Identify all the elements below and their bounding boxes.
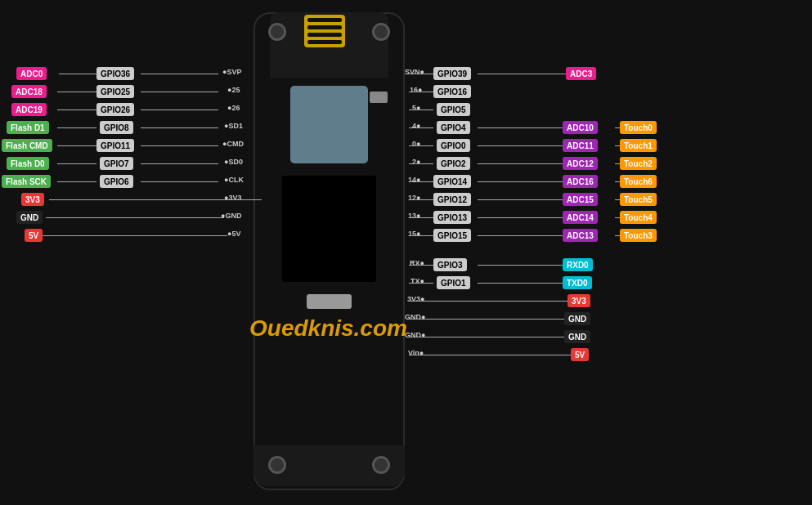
adc12-label: ADC12 [563,157,598,170]
3v3-left-label: 3V3 [21,193,44,206]
main-container: Ouedknis.com ADC0 ADC18 ADC19 Flash D1 F… [0,0,812,505]
gpio14-label: GPIO14 [433,175,471,188]
touch5-label: Touch5 [620,193,657,206]
gnd-board-pin: ●GND [221,212,241,220]
line-3v3-right [409,301,568,302]
gpio2-label: GPIO2 [437,157,470,170]
cmd-pin: ●CMD [222,140,244,148]
gnd-r1-pin: GND● [405,313,425,321]
line-gpio2-adc12 [478,163,563,164]
flash-cmd-label: Flash CMD [2,139,52,152]
line-gpio0-adc11 [478,145,563,146]
sd1-pin: ●SD1 [224,122,243,130]
line-flashcmd-gpio11 [57,145,96,146]
line-r15-gpio15 [409,235,433,236]
txd0-label: TXD0 [563,276,592,289]
5v-left-label: 5V [25,229,43,242]
gpio8-label: GPIO8 [100,121,133,134]
line-r4-gpio4 [409,127,433,128]
gnd-r2-pin: GND● [405,331,425,339]
line-tx-gpio1 [409,283,433,284]
line-r2-gpio2 [409,163,433,164]
line-adc13-touch3 [615,235,620,236]
line-gnd-right1 [409,319,564,320]
watermark: Ouedknis.com [249,315,407,342]
line-adc10-touch0 [615,127,620,128]
gpio1-label: GPIO1 [437,276,470,289]
line-gnd-left [46,217,224,218]
gpio11-label: GPIO11 [96,139,134,152]
touch2-label: Touch2 [620,157,657,170]
r14-pin: 14● [408,176,420,184]
line-adc19-gpio26 [57,109,96,110]
line-gpio1-txd0 [478,283,563,284]
adc11-label: ADC11 [563,139,598,152]
line-gpio3-rxd0 [478,265,563,266]
r16-pin: 16● [410,86,422,94]
r5-pin: 5● [412,104,420,112]
line-3v3-left [49,199,262,200]
line-r13-gpio13 [409,217,433,218]
line-adc0-gpio36 [59,74,98,74]
rx-pin: RX● [410,259,424,267]
gpio0-label: GPIO0 [437,139,470,152]
touch1-label: Touch1 [620,139,657,152]
line-r5-gpio5 [409,109,433,110]
gpio15-label: GPIO15 [433,229,471,242]
line-gpio7-board [141,163,218,164]
line-gpio15-adc13 [478,235,563,236]
line-flashd0-gpio7 [57,163,96,164]
adc13-label: ADC13 [563,229,598,242]
tx-pin: TX● [410,277,424,285]
line-adc11-touch1 [615,145,620,146]
5v-board-pin: ●5V [227,230,240,238]
r12-pin: 12● [408,194,420,202]
rxd0-label: RXD0 [563,258,593,271]
touch6-label: Touch6 [620,175,657,188]
line-gpio8-board [141,127,218,128]
line-gpio26-board [141,109,218,110]
touch4-label: Touch4 [620,211,657,224]
r13-pin: 13● [408,212,420,220]
line-5v-left [43,235,227,236]
r0-pin: 0● [412,140,420,148]
flash-sck-label: Flash SCK [2,175,51,188]
line-r14-gpio14 [409,181,433,182]
adc10-label: ADC10 [563,121,598,134]
adc16-label: ADC16 [563,175,598,188]
line-gpio12-adc15 [478,199,563,200]
line-gpio14-adc16 [478,181,563,182]
gpio5-label: GPIO5 [437,103,470,116]
line-gpio39-adc3 [478,74,566,74]
line-gpio25-board [141,92,218,92]
flash-d0-label: Flash D0 [7,157,49,170]
line-rx-gpio3 [409,265,433,266]
line-gpio11-board [141,145,218,146]
adc0-label: ADC0 [16,67,47,80]
line-r0-gpio0 [409,145,433,146]
gpio13-label: GPIO13 [433,211,471,224]
gnd-right1-label: GND [564,312,590,325]
touch0-label: Touch0 [620,121,657,134]
r15-pin: 15● [408,230,420,238]
gpio7-label: GPIO7 [100,157,133,170]
gpio39-label: GPIO39 [433,67,471,80]
line-adc18-gpio25 [57,92,96,92]
sd0-pin: ●SD0 [224,158,243,166]
gpio4-label: GPIO4 [437,121,470,134]
line-gpio4-adc10 [478,127,563,128]
svn-pin: SVN● [405,68,424,76]
adc19-label: ADC19 [11,103,47,116]
gpio6-label: GPIO6 [100,175,133,188]
touch3-label: Touch3 [620,229,657,242]
3v3-r-pin: 3V3● [407,295,424,303]
line-flashsck-gpio6 [57,181,96,182]
gpio3-label: GPIO3 [433,258,467,271]
clk-pin: ●CLK [224,176,244,184]
r4-pin: 4● [412,122,420,130]
r2-pin: 2● [412,158,420,166]
line-flashd1-gpio8 [57,127,96,128]
line-gpio13-adc14 [478,217,563,218]
5v-right-label: 5V [571,348,589,361]
p25-pin: ●25 [227,86,240,94]
